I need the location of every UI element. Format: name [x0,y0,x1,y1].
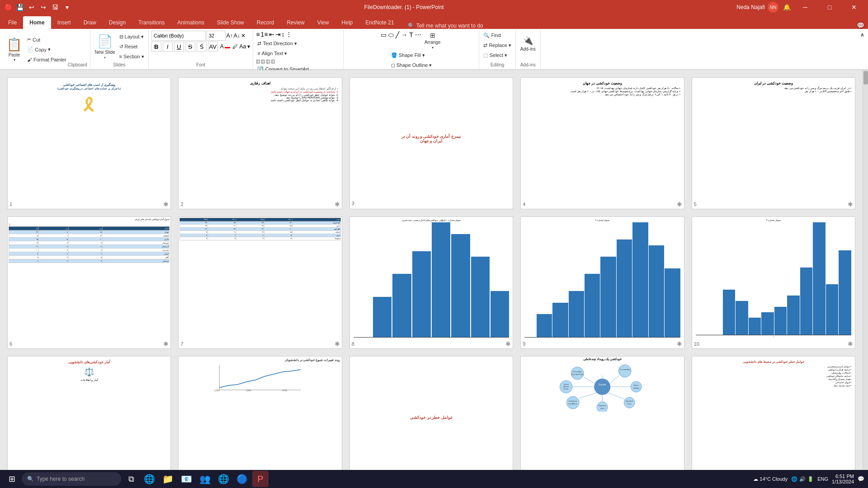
slide-item[interactable]: پیشگیری از اسب های اجتماعی خودکشی (با تم… [7,77,171,209]
slide-item[interactable]: روند تغییرات شیوع خودکشی در دانشجویان 13… [178,356,342,470]
tab-review[interactable]: Review [280,16,311,29]
tell-me-search[interactable]: 🔍 Tell me what you want to do [408,23,483,29]
shape-outline-button[interactable]: ◻ Shape Outline ▾ [390,61,435,70]
start-button[interactable]: ⊞ [4,471,20,487]
tab-home[interactable]: Home [23,16,51,29]
copy-button[interactable]: 📄 Copy ▾ [26,45,68,54]
tab-slideshow[interactable]: Slide Show [211,16,250,29]
paste-button[interactable]: 📋 Paste ▾ [5,33,24,66]
ribbon-collapse-button[interactable]: ∧ [859,30,866,69]
text-direction-button[interactable]: ⇄ Text Direction ▾ [256,39,298,48]
taskbar-weather-icon[interactable]: 🌐 [141,471,158,487]
customize-icon[interactable]: ▾ [62,3,71,12]
slide-item[interactable]: وضعیت خودکشی در ایران • در ایران قریب یک… [692,77,855,209]
rectangle-shape[interactable]: ▭ [380,31,387,51]
vertical-scrollbar[interactable] [863,70,868,470]
tab-insert[interactable]: Insert [51,16,77,29]
taskbar-file-explorer[interactable]: 📁 [160,471,176,487]
slide-item[interactable]: عوامل خطر خودکشی در محیط های دانشجویی • … [692,356,855,470]
highlight-button[interactable]: 🖊 [232,43,238,50]
clear-format-button[interactable]: ✕ [241,33,245,39]
textbox-tool[interactable]: T [409,31,414,51]
increase-font-button[interactable]: A↑ [226,33,233,39]
slides-area[interactable]: پیشگیری از اسب های اجتماعی خودکشی (با تم… [0,70,863,470]
taskbar-chrome[interactable]: 🔵 [234,471,250,487]
tab-draw[interactable]: Draw [77,16,103,29]
italic-button[interactable]: I [163,42,173,52]
shadow-button[interactable]: S̈ [197,42,207,52]
bullet-list-button[interactable]: ≡ [256,31,259,38]
slide-item[interactable]: نیمرخ آماری خودکشی و روند آن درایران و ج… [349,77,513,209]
replace-button[interactable]: ⇄ Replace ▾ [482,41,512,50]
oval-shape[interactable]: ⬭ [388,31,394,51]
system-tray[interactable]: ☁ 14°C Cloudy [753,476,788,482]
select-button[interactable]: ⬚ Select ▾ [482,51,512,60]
taskbar-search[interactable]: 🔍 Type here to search [22,472,121,486]
notification-center[interactable]: 💬 [858,476,864,482]
undo-icon[interactable]: ↩ [27,3,36,12]
font-name-input[interactable] [151,31,206,41]
arrange-button[interactable]: ⊞ Arrange ▾ [423,31,443,51]
font-size-input[interactable] [207,31,226,41]
clock[interactable]: 6:51 PM 1/13/2024 [832,474,854,484]
columns-button[interactable]: ⋮ [286,31,292,38]
align-left-button[interactable]: ◫ [256,59,260,64]
comments-icon[interactable]: 💬 [857,22,868,29]
reset-button[interactable]: ↺ Reset [118,42,146,51]
font-color-button[interactable]: A [220,43,231,50]
slide-item[interactable]: نمودار شماره ۲ [520,216,684,348]
align-text-button[interactable]: ≡ Align Text ▾ [256,49,288,58]
tab-animations[interactable]: Animations [171,16,210,29]
slide-item[interactable]: جدول آمار خودکشی استان های ایران ↓ استان… [7,216,171,348]
section-button[interactable]: ≡ Section ▾ [118,52,146,61]
slide-item[interactable]: اهداف رفتاری • از فراگیر انتظار می رود د… [178,77,342,209]
minimize-button[interactable]: ─ [795,0,816,14]
align-right-button[interactable]: ◫ [266,59,270,64]
slide-item[interactable]: عوامل خطر در خودکشی 13 [349,356,513,470]
increase-indent-button[interactable]: ⇥ [275,31,281,38]
tab-transitions[interactable]: Transitions [132,16,171,29]
more-shapes-button[interactable]: ⋯ [415,31,422,51]
slide-item[interactable]: نمودار شماره ۳ [692,216,855,348]
tab-view[interactable]: View [311,16,335,29]
user-profile[interactable]: Neda Najafi NN [736,2,778,13]
numbered-list-button[interactable]: 1≡ [261,31,268,38]
slide-item[interactable]: آمار خودکشی‌های دانشجویی ⚖️ آمار و اطلاع… [7,356,171,470]
cut-button[interactable]: ✂ Cut [26,35,68,44]
tab-file[interactable]: File [2,16,23,29]
save-icon[interactable]: 💾 [15,3,24,12]
underline-button[interactable]: U [174,42,184,52]
tab-record[interactable]: Record [250,16,281,29]
arrow-tool[interactable]: → [401,31,408,51]
task-view-button[interactable]: ⧉ [123,471,139,487]
bold-button[interactable]: B [151,42,161,52]
auto-save-icon[interactable]: 🖫 [51,3,60,12]
align-center-button[interactable]: ◫ [261,59,265,64]
slide-item[interactable]: وضعیت خودکشی در جهان • سالانه ۸۰۰ هزار ن… [520,77,684,209]
strikethrough-button[interactable]: S [185,42,195,52]
language-selector[interactable]: ENG [817,476,828,482]
notifications-icon[interactable]: 🔔 [782,3,791,12]
redo-icon[interactable]: ↪ [39,3,48,12]
maximize-button[interactable]: □ [819,0,840,14]
tab-endnote[interactable]: EndNote 21 [359,16,400,29]
format-painter-button[interactable]: 🖌 Format Painter [26,55,68,64]
justify-button[interactable]: ◫ [271,59,275,64]
slide-item[interactable]: خودکشی یک رویداد چندعاملی Suicide Person… [520,356,684,470]
line-tool[interactable]: ╱ [395,31,400,51]
taskbar-teams[interactable]: 👥 [197,471,213,487]
close-button[interactable]: ✕ [844,0,864,14]
addins-button[interactable]: 🔌 Add-ins [519,31,538,56]
system-icons[interactable]: 🌐 🔊 🔋 [791,476,814,482]
taskbar-edge[interactable]: 🌐 [215,471,232,487]
slide-item[interactable]: سبب ۱۳۸۰ ۱۳۸۵ ۱۳۹۰ ۱۳۹۵ خودسوزی۳۱۲۸۲۵۲۲ … [178,216,342,348]
font-settings-button[interactable]: Aa ▾ [239,43,250,50]
layout-button[interactable]: ⊟ Layout ▾ [118,32,146,41]
tab-design[interactable]: Design [103,16,132,29]
char-spacing-button[interactable]: AV [208,42,218,52]
decrease-indent-button[interactable]: ⇤ [269,31,274,38]
tab-help[interactable]: Help [335,16,359,29]
find-button[interactable]: 🔍 Find [482,31,512,40]
slide-item[interactable]: نمودار شماره ۱: فراوانی خودکشی‌های کامل … [349,216,513,348]
taskbar-powerpoint[interactable]: P [252,471,269,487]
